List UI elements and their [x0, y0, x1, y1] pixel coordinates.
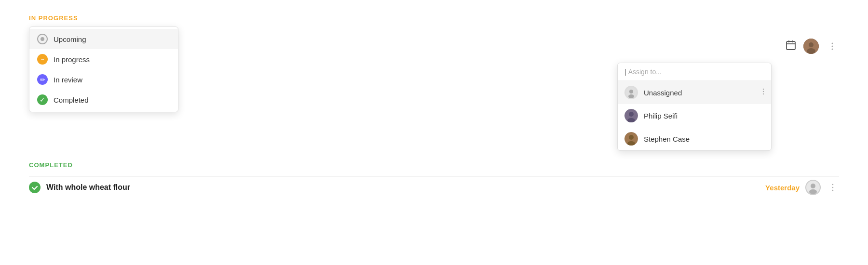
user-avatar[interactable] [803, 39, 819, 54]
completed-task-row: With whole wheat flour Yesterday [29, 176, 839, 198]
assign-option-stephen[interactable]: Stephen Case [618, 127, 771, 150]
task-date: Yesterday [765, 184, 800, 192]
inreview-icon: ✏ [37, 74, 48, 85]
status-option-completed[interactable]: ✓ Completed [29, 90, 178, 110]
status-option-inreview[interactable]: ✏ In review [29, 69, 178, 90]
task-title: With whole wheat flour [46, 183, 839, 192]
svg-point-26 [832, 187, 834, 188]
svg-point-11 [629, 90, 633, 93]
inprogress-label: In progress [54, 55, 90, 64]
svg-point-8 [832, 46, 833, 47]
assign-option-philip[interactable]: Philip Seifi [618, 104, 771, 127]
task-completed-icon [29, 182, 41, 193]
status-dropdown: Upcoming ··· In progress ✏ In review ✓ C… [29, 26, 178, 112]
main-container: IN PROGRESS Upcoming ··· In progress ✏ I… [0, 0, 868, 265]
svg-point-27 [832, 190, 834, 191]
svg-point-23 [811, 184, 815, 188]
status-option-inprogress[interactable]: ··· In progress [29, 49, 178, 69]
svg-point-24 [809, 189, 817, 194]
inreview-label: In review [54, 76, 82, 84]
completed-icon: ✓ [37, 94, 48, 105]
svg-point-17 [629, 112, 634, 117]
philip-label: Philip Seifi [644, 112, 678, 120]
inprogress-section-label: IN PROGRESS [29, 14, 839, 22]
stephen-label: Stephen Case [644, 135, 690, 143]
assign-search-bar[interactable]: | Assign to... [618, 63, 771, 81]
philip-avatar [624, 109, 638, 122]
calendar-icon[interactable] [785, 40, 797, 53]
stephen-avatar [624, 132, 638, 146]
assign-search-placeholder: Assign to... [628, 68, 662, 76]
unassigned-label: Unassigned [644, 89, 682, 97]
top-more-button[interactable] [826, 40, 839, 52]
assign-dropdown: | Assign to... Unassigned [617, 63, 772, 151]
svg-point-15 [763, 93, 764, 94]
svg-point-7 [832, 43, 833, 44]
svg-point-20 [629, 135, 634, 140]
svg-point-14 [763, 91, 764, 92]
task-assignee-avatar[interactable] [805, 180, 821, 195]
status-option-upcoming[interactable]: Upcoming [29, 29, 178, 49]
unassigned-avatar-icon [624, 86, 638, 99]
svg-point-5 [809, 42, 814, 47]
unassigned-more-button[interactable] [760, 88, 767, 97]
task-more-button[interactable] [827, 182, 839, 193]
svg-point-25 [832, 184, 834, 186]
assign-option-unassigned[interactable]: Unassigned [618, 81, 771, 104]
completed-section-label: COMPLETED [29, 161, 839, 169]
top-right-actions [785, 39, 839, 54]
svg-rect-0 [787, 41, 795, 50]
svg-point-9 [832, 49, 833, 50]
upcoming-icon [37, 34, 48, 44]
upcoming-label: Upcoming [54, 35, 86, 43]
svg-point-13 [763, 89, 764, 90]
inprogress-icon: ··· [37, 54, 48, 65]
svg-point-6 [807, 48, 815, 54]
completed-label: Completed [54, 96, 89, 104]
task-actions: Yesterday [765, 180, 839, 195]
